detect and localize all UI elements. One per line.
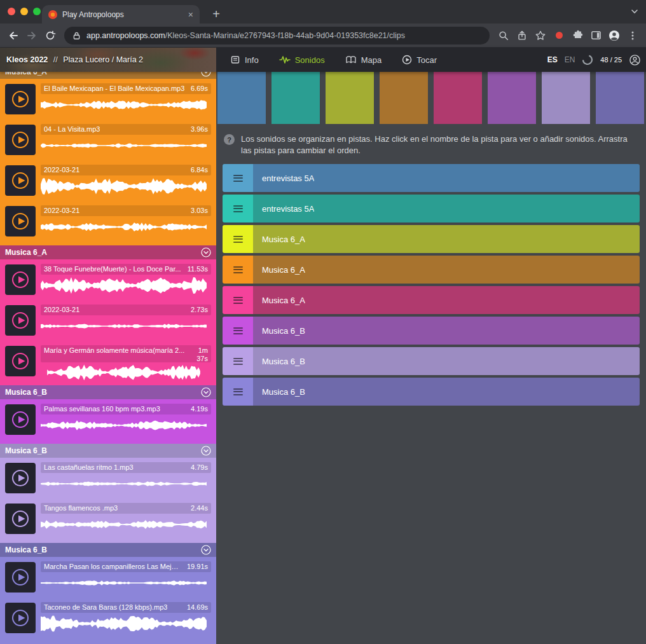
track-name[interactable]: Musica 6_A (262, 235, 305, 244)
track-name[interactable]: Musica 6_B (262, 387, 305, 397)
clip-play-button[interactable] (5, 84, 36, 114)
track-row[interactable]: Musica 6_A (223, 286, 640, 314)
track-section-label[interactable]: Musica 6_B (5, 446, 47, 455)
track-color-swatch[interactable] (542, 72, 590, 124)
bookmark-star-icon[interactable] (533, 29, 547, 43)
track-drag-handle[interactable] (223, 195, 253, 223)
track-drag-handle[interactable] (223, 225, 253, 253)
track-section-label[interactable]: Musica 6_B (5, 388, 47, 397)
track-name[interactable]: entrevistas 5A (262, 204, 314, 214)
clip-play-button[interactable] (5, 305, 36, 336)
tab-mapa[interactable]: Mapa (345, 55, 382, 65)
tab-info[interactable]: Info (230, 55, 259, 65)
clip-play-button[interactable] (5, 346, 36, 376)
tab-close-icon[interactable]: × (188, 10, 193, 19)
breadcrumb-page[interactable]: Plaza Lucero / María 2 (63, 55, 143, 64)
clip-play-button[interactable] (5, 264, 36, 295)
browser-tab[interactable]: Play Antropoloops × (42, 5, 200, 24)
user-account-icon[interactable] (629, 54, 641, 66)
track-section-header[interactable]: Musica 6_A (0, 245, 216, 259)
track-section-header[interactable]: Musica 6_B (0, 385, 216, 399)
clip-play-button[interactable] (5, 603, 36, 633)
track-drag-handle[interactable] (223, 286, 253, 314)
track-section-header[interactable]: Musica 6_B (0, 543, 216, 557)
close-window-button[interactable] (8, 8, 15, 15)
track-color-swatch[interactable] (488, 72, 536, 124)
forward-icon[interactable] (25, 29, 39, 43)
clip-row[interactable]: 04 - La Visita.mp33.96s (0, 120, 216, 160)
extensions-puzzle-icon[interactable] (570, 29, 584, 43)
browser-menu-icon[interactable] (626, 29, 640, 43)
track-drag-handle[interactable] (223, 347, 253, 375)
track-section-header[interactable]: Musica 6_A (0, 72, 216, 79)
clip-play-button[interactable] (5, 504, 36, 534)
track-row[interactable]: Musica 6_B (223, 317, 640, 345)
track-row[interactable]: Musica 6_B (223, 347, 640, 375)
lang-en-button[interactable]: EN (565, 55, 575, 64)
clip-row[interactable]: 2022-03-212.73s (0, 300, 216, 341)
track-bar[interactable]: Musica 6_B (253, 317, 640, 345)
track-row[interactable]: entrevistas 5A (223, 164, 640, 192)
track-section-label[interactable]: Musica 6_B (5, 545, 47, 554)
clip-row[interactable]: Tangos flamencos .mp32.44s (0, 498, 216, 539)
section-collapse-chevron-icon[interactable] (201, 72, 211, 77)
clip-play-button[interactable] (5, 404, 36, 435)
track-row[interactable]: Musica 6_A (223, 225, 640, 253)
clip-row[interactable]: 38 Toque Funebre(Muerte) - Los Doce Par.… (0, 259, 216, 300)
track-color-swatch[interactable] (271, 72, 320, 124)
back-icon[interactable] (6, 29, 20, 43)
track-row[interactable]: Musica 6_B (223, 378, 640, 406)
share-icon[interactable] (515, 29, 529, 43)
maximize-window-button[interactable] (33, 8, 41, 15)
track-name[interactable]: Musica 6_B (262, 326, 305, 336)
tab-tocar[interactable]: Tocar (402, 55, 437, 65)
track-bar[interactable]: entrevistas 5A (253, 195, 640, 223)
track-color-swatch[interactable] (217, 72, 266, 124)
track-bar[interactable]: Musica 6_B (253, 378, 640, 406)
recording-indicator-icon[interactable] (552, 29, 566, 43)
track-drag-handle[interactable] (223, 164, 253, 192)
track-drag-handle[interactable] (223, 378, 253, 406)
breadcrumb-project[interactable]: Kleos 2022 (6, 55, 48, 64)
clip-row[interactable]: 2022-03-213.03s (0, 201, 216, 242)
track-section-header[interactable]: Musica 6_B (0, 444, 216, 458)
breadcrumb[interactable]: Kleos 2022 // Plaza Lucero / María 2 (0, 48, 216, 72)
zoom-icon[interactable] (497, 29, 511, 43)
track-bar[interactable]: entrevistas 5A (253, 164, 640, 192)
track-drag-handle[interactable] (223, 317, 253, 345)
clip-play-button[interactable] (5, 562, 36, 593)
section-collapse-chevron-icon[interactable] (201, 247, 211, 257)
section-collapse-chevron-icon[interactable] (201, 387, 211, 397)
track-row[interactable]: entrevistas 5A (223, 195, 640, 223)
track-row[interactable]: Musica 6_A (223, 256, 640, 284)
lang-es-button[interactable]: ES (547, 55, 558, 64)
url-bar[interactable]: app.antropoloops.com/Kleos-Santa-Marina/… (64, 27, 490, 45)
track-color-swatch[interactable] (434, 72, 482, 124)
clip-row[interactable]: Marcha Pasan los campanilleros Las Mejor… (0, 557, 216, 598)
track-name[interactable]: Musica 6_A (262, 296, 305, 305)
track-name[interactable]: entrevistas 5A (262, 174, 314, 183)
track-color-swatch[interactable] (326, 72, 374, 124)
reload-icon[interactable] (43, 29, 57, 43)
clip-play-button[interactable] (5, 125, 36, 155)
section-collapse-chevron-icon[interactable] (201, 545, 211, 555)
tab-sonidos[interactable]: Sonidos (279, 55, 325, 65)
clip-row[interactable]: Las castañuelas ritmo 1.mp34.79s (0, 458, 216, 498)
new-tab-button[interactable]: + (209, 5, 224, 23)
track-section-label[interactable]: Musica 6_A (5, 248, 47, 257)
clip-row[interactable]: María y Germán solamente música(maría 2.… (0, 341, 216, 381)
clip-play-button[interactable] (5, 206, 36, 236)
track-bar[interactable]: Musica 6_A (253, 286, 640, 314)
tab-search-chevron-icon[interactable] (629, 6, 640, 19)
track-bar[interactable]: Musica 6_A (253, 225, 640, 253)
track-name[interactable]: Musica 6_A (262, 265, 305, 275)
track-bar[interactable]: Musica 6_B (253, 347, 640, 375)
minimize-window-button[interactable] (20, 8, 28, 15)
clip-play-button[interactable] (5, 463, 36, 493)
track-color-swatch[interactable] (596, 72, 644, 124)
clip-play-button[interactable] (5, 165, 36, 196)
track-drag-handle[interactable] (223, 256, 253, 284)
track-color-swatch[interactable] (380, 72, 428, 124)
track-bar[interactable]: Musica 6_A (253, 256, 640, 284)
clip-row[interactable]: Palmas sevillanas 160 bpm mp3.mp34.19s (0, 399, 216, 440)
